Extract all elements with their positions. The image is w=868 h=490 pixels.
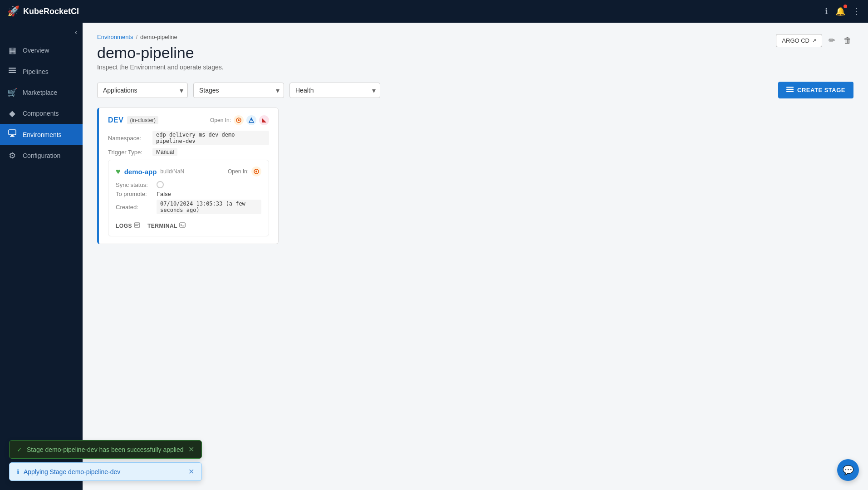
logs-button[interactable]: LOGS — [116, 222, 140, 230]
overview-icon: ▦ — [7, 45, 17, 55]
breadcrumb-separator: / — [136, 34, 137, 40]
namespace-label: Namespace: — [108, 135, 149, 142]
app-open-in: Open In: — [228, 167, 261, 176]
app-item: ♥ demo-app build/NaN Open In: Sync statu… — [108, 160, 269, 236]
created-value: 07/10/2024 13:05:33 (a few seconds ago) — [157, 200, 261, 214]
info-toast-icon: ℹ — [17, 468, 19, 475]
stages-filter-wrapper: Stages — [193, 83, 284, 98]
app-name[interactable]: demo-app — [124, 168, 157, 176]
edit-button[interactable]: ✏ — [827, 34, 837, 47]
notification-icon: 🔔 — [835, 7, 845, 16]
logs-icon — [134, 222, 140, 230]
stage-trigger-field: Trigger Type: Manual — [108, 148, 269, 156]
breadcrumb-current: demo-pipeline — [140, 34, 177, 40]
stage-cluster-badge: (in-cluster) — [127, 116, 158, 124]
page-header: Environments / demo-pipeline demo-pipeli… — [97, 34, 853, 62]
external-link-icon: ↗ — [812, 38, 816, 44]
grafana-icon[interactable] — [234, 115, 244, 125]
svg-rect-6 — [786, 87, 794, 88]
main-layout: ‹ ▦ Overview Pipelines 🛒 Marketplace ◆ C… — [0, 23, 868, 490]
open-in-label: Open In: — [210, 117, 231, 123]
sidebar-item-label: Components — [23, 110, 59, 117]
sidebar-collapse-btn[interactable]: ‹ — [0, 26, 83, 40]
svg-rect-18 — [180, 223, 185, 227]
promote-label: To promote: — [116, 191, 157, 197]
pipelines-icon — [7, 66, 17, 77]
sidebar-item-pipelines[interactable]: Pipelines — [0, 61, 83, 82]
info-icon: ℹ — [825, 7, 828, 16]
app-logo: 🚀 KubeRocketCI — [7, 5, 820, 17]
sidebar-item-environments[interactable]: Environments — [0, 124, 83, 145]
svg-marker-12 — [262, 118, 266, 122]
applications-filter[interactable]: Applications — [97, 83, 188, 98]
stage-card-header: DEV (in-cluster) Open In: — [108, 115, 269, 125]
create-stage-button[interactable]: CREATE STAGE — [778, 82, 853, 98]
logo-icon: 🚀 — [7, 5, 20, 17]
breadcrumb: Environments / demo-pipeline demo-pipeli… — [97, 34, 194, 62]
breadcrumb-parent[interactable]: Environments — [97, 34, 133, 40]
navbar: 🚀 KubeRocketCI ℹ 🔔 ⋮ — [0, 0, 868, 23]
app-title: KubeRocketCI — [23, 7, 79, 16]
terminal-button[interactable]: TERMINAL — [147, 222, 186, 230]
svg-rect-8 — [786, 91, 794, 93]
edit-icon: ✏ — [829, 36, 835, 45]
app-grafana-icon[interactable] — [251, 167, 261, 176]
components-icon: ◆ — [7, 108, 17, 118]
toast-success-close[interactable]: ✕ — [188, 445, 194, 454]
stage-card: DEV (in-cluster) Open In: — [97, 108, 279, 244]
promote-value: False — [157, 191, 171, 197]
sync-status-field: Sync status: — [116, 181, 261, 188]
namespace-value: edp-delivery-ms-dev-demo-pipeline-dev — [152, 131, 269, 145]
svg-rect-2 — [9, 72, 16, 74]
page-title: demo-pipeline — [97, 44, 194, 62]
created-label: Created: — [116, 204, 157, 211]
navbar-actions: ℹ 🔔 ⋮ — [825, 6, 861, 16]
stage-name: DEV — [108, 116, 123, 124]
success-icon: ✓ — [17, 446, 22, 453]
terminal-label: TERMINAL — [147, 223, 177, 229]
success-message: Stage demo-pipeline-dev has been success… — [27, 446, 184, 453]
app-actions: LOGS TERMINAL — [116, 218, 261, 230]
argo-cd-button[interactable]: ARGO CD ↗ — [776, 34, 822, 47]
delete-icon: 🗑 — [843, 36, 852, 45]
menu-icon: ⋮ — [853, 7, 861, 16]
stages-filter[interactable]: Stages — [193, 83, 284, 98]
svg-rect-7 — [786, 89, 794, 90]
kibana-icon[interactable] — [259, 115, 269, 125]
info-icon-btn[interactable]: ℹ — [825, 6, 828, 16]
sidebar-item-marketplace[interactable]: 🛒 Marketplace — [0, 82, 83, 103]
argo-icon[interactable] — [246, 115, 256, 125]
notification-badge — [843, 5, 847, 8]
toast-info-close[interactable]: ✕ — [188, 467, 194, 476]
sidebar-item-label: Configuration — [23, 152, 60, 159]
stage-namespace-field: Namespace: edp-delivery-ms-dev-demo-pipe… — [108, 131, 269, 145]
marketplace-icon: 🛒 — [7, 88, 17, 98]
main-content: Environments / demo-pipeline demo-pipeli… — [83, 23, 868, 490]
sidebar: ‹ ▦ Overview Pipelines 🛒 Marketplace ◆ C… — [0, 23, 83, 490]
notification-icon-btn[interactable]: 🔔 — [835, 6, 845, 16]
sidebar-item-label: Environments — [23, 131, 62, 138]
info-message: Applying Stage demo-pipeline-dev — [24, 468, 120, 475]
menu-icon-btn[interactable]: ⋮ — [853, 6, 861, 16]
sidebar-item-label: Pipelines — [23, 68, 49, 75]
chat-icon: 💬 — [843, 465, 854, 475]
app-build: build/NaN — [160, 168, 184, 175]
chat-fab-button[interactable]: 💬 — [837, 459, 859, 481]
filter-bar: Applications Stages Health CREATE STAGE — [97, 82, 853, 98]
svg-rect-0 — [9, 68, 16, 69]
sidebar-item-label: Overview — [23, 47, 49, 54]
header-actions: ARGO CD ↗ ✏ 🗑 — [776, 34, 853, 47]
promote-field: To promote: False — [116, 191, 261, 197]
sync-circle — [157, 181, 164, 188]
sidebar-item-components[interactable]: ◆ Components — [0, 103, 83, 124]
configuration-icon: ⚙ — [7, 151, 17, 161]
delete-button[interactable]: 🗑 — [842, 34, 853, 47]
logs-label: LOGS — [116, 223, 132, 229]
svg-rect-1 — [9, 70, 16, 71]
app-item-header: ♥ demo-app build/NaN Open In: — [116, 167, 261, 176]
health-filter[interactable]: Health — [289, 83, 380, 98]
sidebar-item-configuration[interactable]: ⚙ Configuration — [0, 145, 83, 166]
argo-cd-label: ARGO CD — [782, 37, 809, 44]
create-stage-label: CREATE STAGE — [797, 87, 845, 93]
sidebar-item-overview[interactable]: ▦ Overview — [0, 40, 83, 61]
